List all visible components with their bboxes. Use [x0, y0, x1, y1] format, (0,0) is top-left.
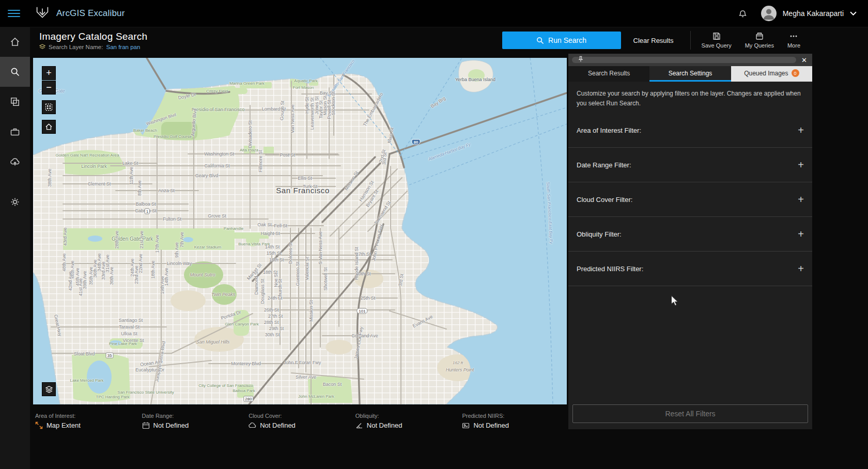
content-area: Imagery Catalog Search Search Layer Name… [30, 27, 868, 469]
status-predicted-niirs: Predicted NIIRS: Not Defined [460, 404, 567, 437]
run-search-label: Run Search [548, 36, 586, 44]
clear-results-button[interactable]: Clear Results [621, 37, 686, 44]
map-tools-button[interactable] [42, 100, 56, 114]
status-value: Map Extent [47, 421, 81, 429]
status-value: Not Defined [153, 421, 189, 429]
ellipsis-icon [789, 32, 798, 40]
chevron-down-icon[interactable] [850, 11, 857, 15]
search-layer-value[interactable]: San fran pan [106, 44, 140, 50]
run-search-button[interactable]: Run Search [502, 32, 621, 49]
status-label: Predicted NIIRS: [462, 413, 567, 419]
app-sidebar [0, 27, 30, 469]
gear-icon [10, 197, 20, 207]
filter-label: Predicted NIIRS Filter: [577, 265, 798, 273]
pin-icon[interactable] [577, 56, 584, 63]
expand-plus-icon[interactable]: + [798, 194, 804, 206]
status-label: Date Range: [142, 413, 247, 419]
sidebar-item-projects[interactable] [0, 117, 30, 147]
filter-label: Obliquity Filter: [577, 230, 798, 238]
expand-plus-icon[interactable]: + [798, 159, 804, 171]
obliquity-angle-icon [355, 421, 363, 429]
my-queries-label: My Queries [745, 42, 774, 49]
layers-icon [45, 385, 53, 394]
filter-predicted-niirs[interactable]: Predicted NIIRS Filter: + [568, 252, 812, 286]
sidebar-item-home[interactable] [0, 27, 30, 57]
tab-label: Queued Images [744, 70, 788, 77]
tab-label: Search Settings [669, 70, 712, 77]
save-query-label: Save Query [702, 42, 732, 49]
search-panel: ✕ Search Results Search Settings Queued … [568, 54, 812, 429]
expand-plus-icon[interactable]: + [798, 263, 804, 275]
search-icon [10, 67, 20, 77]
status-area-of-interest: Area of Interest: Map Extent [33, 404, 140, 437]
home-icon [10, 37, 20, 47]
layer-stack-icon [39, 44, 45, 50]
sidebar-item-settings[interactable] [0, 187, 30, 217]
status-label: Cloud Cover: [249, 413, 353, 419]
calendar-icon [142, 421, 150, 429]
queries-icon [755, 32, 764, 40]
tab-search-settings[interactable]: Search Settings [649, 66, 731, 82]
sidebar-item-cloud[interactable] [0, 147, 30, 177]
briefcase-icon [10, 127, 20, 137]
my-queries-button[interactable]: My Queries [738, 32, 781, 49]
hamburger-menu-icon[interactable] [8, 10, 20, 17]
map[interactable]: San FranciscoGolden GateSausalito-San Fr… [33, 58, 567, 404]
status-obliquity: Obliquity: Not Defined [353, 404, 460, 437]
user-name: Megha Kakaraparti [783, 9, 844, 18]
zoom-out-button[interactable]: − [42, 81, 56, 95]
default-extent-button[interactable] [42, 120, 56, 134]
basemap-canvas[interactable] [33, 58, 567, 404]
filter-status-bar: Area of Interest: Map Extent Date Range: [33, 404, 567, 437]
status-label: Area of Interest: [35, 413, 140, 419]
settings-description: Customize your search by applying filter… [568, 82, 812, 113]
filter-area-of-interest[interactable]: Area of Interest Filter: + [568, 113, 812, 148]
filter-date-range[interactable]: Date Range Filter: + [568, 148, 812, 182]
more-label: More [787, 42, 800, 49]
filter-cloud-cover[interactable]: Cloud Cover Filter: + [568, 182, 812, 217]
filter-label: Cloud Cover Filter: [577, 196, 798, 204]
search-layer-label: Search Layer Name: [49, 44, 103, 50]
image-quality-icon [462, 421, 470, 429]
grid-select-icon [45, 103, 53, 111]
sidebar-item-imagery[interactable] [0, 87, 30, 117]
excalibur-logo-icon [34, 5, 51, 22]
cloud-upload-icon [10, 157, 20, 167]
expand-plus-icon[interactable]: + [798, 124, 804, 136]
divider [690, 31, 691, 50]
more-button[interactable]: More [781, 32, 807, 49]
close-icon[interactable]: ✕ [800, 56, 809, 64]
filter-label: Date Range Filter: [577, 161, 798, 169]
save-icon [712, 32, 721, 40]
layers-button[interactable] [42, 382, 56, 396]
panel-drag-handle[interactable] [572, 57, 796, 63]
user-avatar[interactable] [761, 6, 777, 21]
notifications-bell-icon[interactable] [738, 9, 748, 19]
reset-all-filters-button[interactable]: Reset All Filters [572, 404, 808, 423]
filter-obliquity[interactable]: Obliquity Filter: + [568, 217, 812, 252]
status-label: Obliquity: [355, 413, 460, 419]
tab-label: Search Results [588, 70, 630, 77]
page-header: Imagery Catalog Search Search Layer Name… [30, 27, 868, 54]
status-value: Not Defined [473, 421, 509, 429]
expand-plus-icon[interactable]: + [798, 228, 804, 240]
map-extent-icon [35, 421, 43, 429]
zoom-in-button[interactable]: + [42, 66, 56, 80]
tab-search-results[interactable]: Search Results [568, 66, 649, 82]
panel-tabs: Search Results Search Settings Queued Im… [568, 66, 812, 82]
imagery-layers-icon [10, 97, 20, 107]
panel-drag-bar[interactable]: ✕ [568, 54, 812, 66]
top-app-bar: ArcGIS Excalibur Megha Kakaraparti [0, 0, 868, 27]
status-date-range: Date Range: Not Defined [140, 404, 247, 437]
queued-count-badge: 0 [792, 69, 799, 77]
tab-queued-images[interactable]: Queued Images 0 [731, 66, 812, 82]
save-query-button[interactable]: Save Query [695, 32, 738, 49]
page-title: Imagery Catalog Search [39, 31, 147, 42]
search-icon [536, 37, 544, 44]
filter-label: Area of Interest Filter: [577, 127, 798, 134]
sidebar-item-search[interactable] [0, 57, 30, 87]
app-title: ArcGIS Excalibur [56, 8, 125, 19]
home-icon [45, 123, 53, 131]
status-value: Not Defined [260, 421, 296, 429]
status-cloud-cover: Cloud Cover: Not Defined [246, 404, 353, 437]
